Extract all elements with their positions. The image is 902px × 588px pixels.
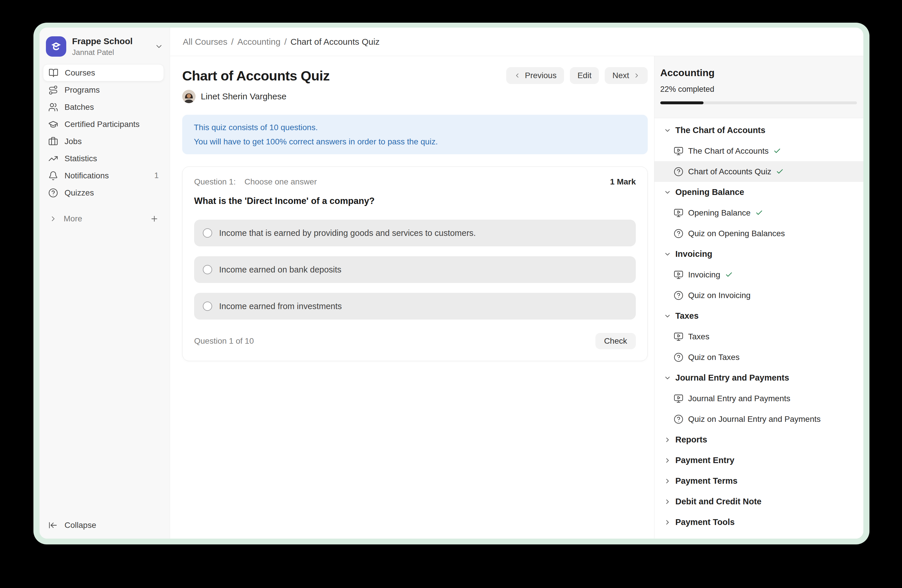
frappe-school-logo (46, 36, 66, 57)
sidebar-item-statistics[interactable]: Statistics (43, 150, 164, 167)
sidebar-item-label: Certified Participants (64, 120, 139, 129)
sidebar-item-certified-participants[interactable]: Certified Participants (43, 116, 164, 133)
briefcase-icon (48, 136, 58, 146)
workspace-switcher[interactable]: Frappe School Jannat Patel (39, 28, 170, 64)
outline-lesson-quiz-on-taxes[interactable]: Quiz on Taxes (655, 347, 863, 368)
sidebar-item-label: Batches (64, 103, 94, 112)
outline-chapter-reports[interactable]: Reports (655, 429, 863, 450)
app-window: Frappe School Jannat Patel Courses Progr… (39, 28, 863, 539)
sidebar-item-batches[interactable]: Batches (43, 99, 164, 116)
lesson-title: Opening Balance (688, 208, 751, 217)
check-icon (773, 147, 781, 155)
sidebar-item-label: Programs (64, 85, 100, 95)
question-header: Question 1: Choose one answer 1 Mark (194, 177, 636, 186)
answer-option-3[interactable]: Income earned from investments (194, 293, 636, 319)
chapter-title: Invoicing (675, 249, 712, 259)
sidebar-item-label: Notifications (64, 171, 109, 180)
chapter-title: Opening Balance (675, 188, 744, 197)
school-name: Frappe School (72, 36, 149, 46)
lesson-title: Quiz on Invoicing (688, 291, 751, 300)
radio-button[interactable] (203, 228, 212, 238)
graduation-cap-icon (48, 119, 58, 129)
outline-lesson-the-chart-of-accounts[interactable]: The Chart of Accounts (655, 141, 863, 161)
outline-chapter-payment-terms[interactable]: Payment Terms (655, 471, 863, 491)
breadcrumb-accounting[interactable]: Accounting (237, 37, 280, 47)
plus-icon[interactable] (150, 214, 159, 223)
users-icon (48, 102, 58, 112)
radio-button[interactable] (203, 265, 212, 274)
outline-chapter-journal-entry-and-payments[interactable]: Journal Entry and Payments (655, 368, 863, 388)
outline-lesson-journal-entry-and-payments[interactable]: Journal Entry and Payments (655, 388, 863, 409)
sidebar-item-more[interactable]: More (43, 210, 164, 227)
help-circle-icon (673, 167, 683, 177)
help-circle-icon (48, 188, 58, 198)
lesson-title: The Chart of Accounts (688, 146, 769, 156)
sidebar-item-programs[interactable]: Programs (43, 81, 164, 99)
radio-button[interactable] (203, 302, 212, 311)
outline-lesson-quiz-on-opening-balances[interactable]: Quiz on Opening Balances (655, 223, 863, 244)
sidebar-item-jobs[interactable]: Jobs (43, 133, 164, 150)
lesson-title: Quiz on Journal Entry and Payments (688, 414, 821, 424)
outline-chapter-opening-balance[interactable]: Opening Balance (655, 182, 863, 202)
chapter-title: Journal Entry and Payments (675, 373, 789, 383)
breadcrumb-current: Chart of Accounts Quiz (291, 37, 380, 47)
outline-lesson-opening-balance[interactable]: Opening Balance (655, 202, 863, 223)
answer-option-1[interactable]: Income that is earned by providing goods… (194, 220, 636, 246)
monitor-play-icon (673, 332, 683, 342)
help-circle-icon (673, 414, 683, 424)
next-button[interactable]: Next (605, 67, 648, 84)
author-name: Linet Sherin Varghese (201, 92, 287, 102)
outline-chapter-the-chart-of-accounts[interactable]: The Chart of Accounts (655, 120, 863, 141)
page-header: Chart of Accounts Quiz Previous Edit Nex… (182, 67, 648, 84)
chevron-right-icon (664, 457, 671, 464)
chevron-right-icon (633, 72, 640, 79)
monitor-play-icon (673, 208, 683, 218)
breadcrumb-separator: / (231, 37, 233, 47)
sidebar-item-courses[interactable]: Courses (43, 64, 164, 81)
option-label: Income earned on bank deposits (219, 265, 341, 275)
monitor-play-icon (673, 270, 683, 280)
course-outline: The Chart of Accounts The Chart of Accou… (655, 118, 863, 539)
sidebar-item-notifications[interactable]: Notifications 1 (43, 167, 164, 184)
collapse-label: Collapse (64, 521, 96, 530)
help-circle-icon (673, 291, 683, 300)
sidebar-collapse-button[interactable]: Collapse (39, 512, 170, 539)
answer-option-2[interactable]: Income earned on bank deposits (194, 256, 636, 283)
outline-lesson-quiz-on-journal-entry-and-payments[interactable]: Quiz on Journal Entry and Payments (655, 409, 863, 429)
question-text: What is the 'Direct Income' of a company… (194, 196, 636, 206)
progress-bar-track (660, 102, 857, 104)
quiz-page: Chart of Accounts Quiz Previous Edit Nex… (170, 56, 654, 539)
question-instruction: Choose one answer (244, 177, 317, 186)
edit-button[interactable]: Edit (570, 67, 599, 84)
chevron-right-icon (664, 436, 671, 444)
trending-up-icon (48, 154, 58, 164)
breadcrumb-all-courses[interactable]: All Courses (183, 37, 227, 47)
outline-chapter-invoicing[interactable]: Invoicing (655, 244, 863, 264)
monitor-play-icon (673, 146, 683, 156)
outline-chapter-payment-tools[interactable]: Payment Tools (655, 512, 863, 533)
chevron-left-icon (514, 72, 521, 79)
author-avatar (182, 90, 196, 103)
outline-chapter-taxes[interactable]: Taxes (655, 306, 863, 326)
course-completed-text: 22% completed (660, 85, 857, 94)
sidebar-item-quizzes[interactable]: Quizzes (43, 184, 164, 201)
chevron-right-icon (49, 215, 57, 223)
sidebar-nav: Courses Programs Batches Certified Parti… (39, 64, 170, 227)
outline-chapter-debit-and-credit-note[interactable]: Debit and Credit Note (655, 491, 863, 512)
question-number-label: Question 1: (194, 177, 236, 186)
help-circle-icon (673, 352, 683, 362)
outline-lesson-quiz-on-invoicing[interactable]: Quiz on Invoicing (655, 285, 863, 306)
user-name: Jannat Patel (72, 48, 149, 57)
collapse-sidebar-icon (48, 521, 58, 530)
edit-label: Edit (578, 71, 591, 80)
chapter-title: Payment Entry (675, 455, 734, 465)
outline-lesson-invoicing[interactable]: Invoicing (655, 264, 863, 285)
outline-lesson-taxes[interactable]: Taxes (655, 326, 863, 347)
lesson-title: Invoicing (688, 270, 720, 280)
previous-button[interactable]: Previous (506, 67, 564, 84)
check-button[interactable]: Check (595, 333, 636, 349)
outline-chapter-payment-entry[interactable]: Payment Entry (655, 450, 863, 471)
sidebar-item-label: Statistics (64, 154, 97, 163)
outline-lesson-chart-of-accounts-quiz[interactable]: Chart of Accounts Quiz (655, 161, 863, 182)
sidebar: Frappe School Jannat Patel Courses Progr… (39, 28, 170, 539)
